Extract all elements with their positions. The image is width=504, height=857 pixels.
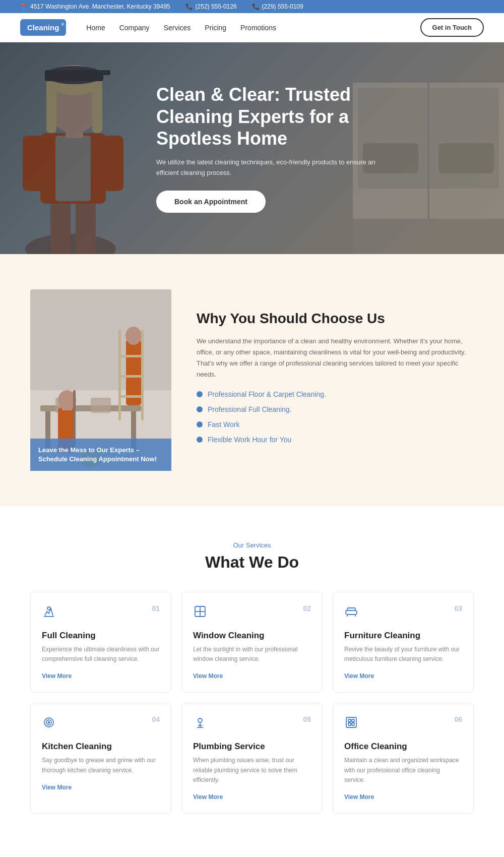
why-feature-1: Professional Floor & Carpet Cleaning. — [197, 390, 474, 398]
nav-services[interactable]: Services — [164, 24, 191, 32]
phone2-text: (229) 555-0109 — [262, 3, 303, 10]
service-link-4[interactable]: View More — [42, 784, 72, 791]
why-image-container: Leave the Mess to Our Experts – Schedule… — [30, 289, 171, 471]
service-title-2: Window Cleaning — [193, 631, 311, 641]
top-bar: 📍 4517 Washington Ave. Manchester, Kentu… — [0, 0, 504, 13]
location-icon: 📍 — [20, 3, 28, 10]
service-link-6[interactable]: View More — [344, 793, 374, 801]
svg-rect-52 — [346, 717, 356, 727]
nav-company[interactable]: Company — [119, 24, 150, 32]
phone-icon-1: 📞 — [185, 3, 193, 10]
book-appointment-button[interactable]: Book an Appointment — [156, 191, 266, 213]
full-cleaning-icon — [42, 604, 56, 622]
service-desc-4: Say goodbye to grease and grime with our… — [42, 756, 160, 775]
svg-rect-37 — [118, 375, 144, 378]
why-feature-3: Fast Work — [197, 420, 474, 428]
service-link-5[interactable]: View More — [193, 793, 223, 801]
service-card-header-2: 02 — [193, 604, 311, 622]
nav-home[interactable]: Home — [86, 24, 105, 32]
why-description: We understand the importance of a clean … — [197, 336, 474, 380]
hero-section: Clean & Clear: Trusted Cleaning Experts … — [0, 42, 504, 254]
kitchen-cleaning-icon — [42, 715, 56, 732]
phone-icon-2: 📞 — [252, 3, 260, 10]
service-card-kitchen-cleaning: 04 Kitchen Cleaning Say goodbye to greas… — [30, 703, 171, 814]
bullet-icon-1 — [197, 391, 203, 397]
why-features-list: Professional Floor & Carpet Cleaning. Pr… — [197, 390, 474, 444]
services-label: Our Services — [30, 541, 474, 549]
svg-rect-38 — [118, 395, 144, 398]
service-desc-2: Let the sunlight in with our professiona… — [193, 645, 311, 664]
service-title-6: Office Cleaning — [344, 742, 462, 752]
service-number-6: 06 — [454, 715, 462, 723]
nav-pricing[interactable]: Pricing — [205, 24, 226, 32]
why-feature-2: Professional Full Cleaning. — [197, 405, 474, 413]
svg-point-33 — [125, 327, 142, 345]
service-number-5: 05 — [303, 715, 311, 723]
service-link-1[interactable]: View More — [42, 672, 72, 680]
service-card-window-cleaning: 02 Window Cleaning Let the sunlight in w… — [181, 592, 323, 693]
hero-content: Clean & Clear: Trusted Cleaning Experts … — [156, 84, 388, 212]
svg-rect-56 — [352, 723, 354, 725]
service-link-2[interactable]: View More — [193, 672, 223, 680]
svg-point-50 — [48, 722, 50, 723]
service-number-2: 02 — [303, 604, 311, 613]
service-link-3[interactable]: View More — [344, 672, 374, 680]
get-in-touch-button[interactable]: Get in Touch — [420, 18, 484, 37]
why-title: Why You Should Choose Us — [197, 310, 474, 328]
address-item: 📍 4517 Washington Ave. Manchester, Kentu… — [20, 3, 170, 10]
service-card-office-cleaning: 06 Office Cleaning Maintain a clean and … — [333, 703, 474, 814]
service-desc-1: Experience the ultimate cleanliness with… — [42, 645, 160, 664]
service-desc-6: Maintain a clean and organized workspace… — [344, 756, 462, 785]
bullet-icon-2 — [197, 406, 203, 412]
phone1-item: 📞 (252) 555-0126 — [185, 3, 237, 10]
office-cleaning-icon — [344, 715, 358, 732]
furniture-cleaning-icon — [344, 604, 358, 622]
service-title-5: Plumbing Service — [193, 742, 311, 752]
why-section: Leave the Mess to Our Experts – Schedule… — [0, 254, 504, 506]
svg-point-51 — [198, 718, 202, 722]
service-card-furniture-cleaning: 03 Furniture Cleaning Revive the beauty … — [333, 592, 474, 693]
bullet-icon-3 — [197, 421, 203, 427]
phone1-text: (252) 555-0126 — [196, 3, 237, 10]
services-section: Our Services What We Do 01 Full Cleaning… — [0, 506, 504, 849]
service-title-3: Furniture Cleaning — [344, 631, 462, 641]
svg-rect-53 — [348, 719, 351, 722]
service-number-1: 01 — [152, 604, 160, 613]
service-card-header-5: 05 — [193, 715, 311, 732]
why-image-caption: Leave the Mess to Our Experts – Schedule… — [30, 439, 171, 471]
svg-rect-27 — [91, 398, 111, 413]
service-title-1: Full Cleaning — [42, 631, 160, 641]
svg-rect-36 — [118, 355, 144, 357]
services-grid: 01 Full Cleaning Experience the ultimate… — [30, 592, 474, 814]
service-desc-3: Revive the beauty of your furniture with… — [344, 645, 462, 664]
navbar: Cleaning® Home Company Services Pricing … — [0, 13, 504, 42]
bullet-icon-4 — [197, 437, 203, 443]
hero-headline: Clean & Clear: Trusted Cleaning Experts … — [156, 84, 388, 149]
service-card-header-6: 06 — [344, 715, 462, 732]
svg-rect-54 — [352, 719, 354, 722]
window-cleaning-icon — [193, 604, 207, 622]
service-card-header-3: 03 — [344, 604, 462, 622]
service-card-header-4: 04 — [42, 715, 160, 732]
hero-subtext: We utilize the latest cleaning technique… — [156, 157, 388, 178]
service-card-header-1: 01 — [42, 604, 160, 622]
address-text: 4517 Washington Ave. Manchester, Kentuck… — [30, 3, 170, 10]
why-feature-4: Flexible Work Hour for You — [197, 436, 474, 444]
service-number-3: 03 — [454, 604, 462, 613]
phone2-item: 📞 (229) 555-0109 — [252, 3, 303, 10]
nav-promotions[interactable]: Promotions — [240, 24, 276, 32]
svg-point-41 — [47, 607, 50, 610]
nav-links: Home Company Services Pricing Promotions — [86, 24, 420, 32]
plumbing-icon — [193, 715, 207, 732]
service-number-4: 04 — [152, 715, 160, 723]
logo: Cleaning® — [20, 19, 66, 36]
service-desc-5: When plumbing issues arise, trust our re… — [193, 756, 311, 785]
service-title-4: Kitchen Cleaning — [42, 742, 160, 752]
services-header: Our Services What We Do — [30, 541, 474, 572]
svg-rect-45 — [346, 610, 357, 615]
services-title: What We Do — [30, 553, 474, 572]
why-content: Why You Should Choose Us We understand t… — [197, 310, 474, 451]
svg-rect-55 — [348, 723, 351, 725]
service-card-full-cleaning: 01 Full Cleaning Experience the ultimate… — [30, 592, 171, 693]
service-card-plumbing: 05 Plumbing Service When plumbing issues… — [181, 703, 323, 814]
